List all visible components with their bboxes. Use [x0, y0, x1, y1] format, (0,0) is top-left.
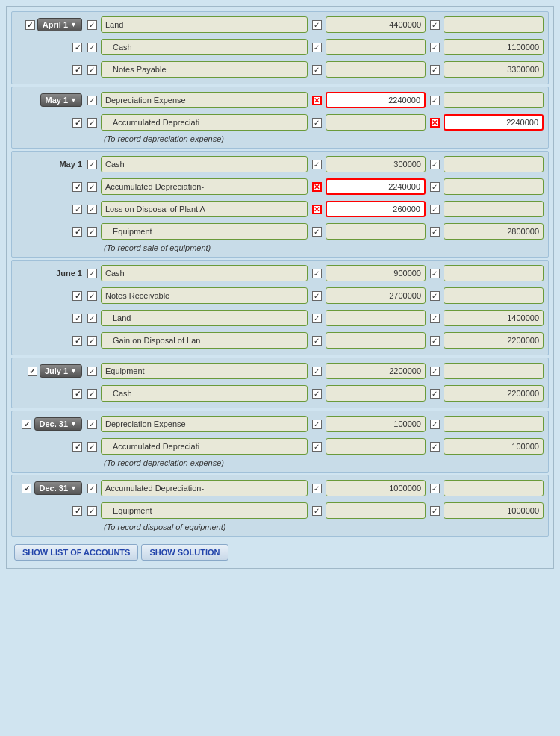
june1-r3-top-checkbox[interactable]	[72, 314, 82, 323]
july1-r2-debit-input[interactable]	[326, 385, 426, 402]
may1-s3-acct-cb[interactable]	[87, 205, 97, 214]
april1-r2-account-input[interactable]	[101, 39, 308, 55]
april1-r2-credit-cb[interactable]	[430, 43, 440, 52]
dec31-dep-r1-account-input[interactable]	[101, 416, 308, 432]
dec31-dis-r2-account-input[interactable]	[101, 502, 308, 519]
dec31-dis-date-btn[interactable]: Dec. 31 ▼	[34, 481, 82, 495]
april1-r2-credit-input[interactable]	[444, 39, 544, 55]
may1-r2-account-input[interactable]	[101, 114, 308, 131]
dec31-dep-date-btn[interactable]: Dec. 31 ▼	[34, 417, 82, 431]
dec31-dis-r2-debit-cb[interactable]	[312, 506, 322, 516]
dec31-dis-r2-credit-input[interactable]	[444, 502, 544, 519]
dec31-dis-r1-credit-cb[interactable]	[430, 484, 440, 493]
july1-r2-credit-input[interactable]	[444, 385, 544, 402]
june1-r3-credit-input[interactable]	[444, 310, 544, 326]
may1-s3-account-input[interactable]	[101, 201, 308, 217]
dec31-dis-r1-acct-cb[interactable]	[87, 484, 97, 493]
june1-r2-acct-cb[interactable]	[87, 291, 97, 301]
may1-s1-debit-cb[interactable]	[312, 160, 322, 169]
july1-r2-account-input[interactable]	[101, 385, 308, 402]
may1-r1-credit-input[interactable]	[444, 92, 544, 108]
april1-date-btn[interactable]: April 1 ▼	[37, 18, 82, 31]
april1-r3-debit-cb[interactable]	[312, 65, 322, 75]
july1-r1-account-input[interactable]	[101, 363, 308, 379]
june1-r3-debit-input[interactable]	[326, 310, 426, 326]
april1-r3-credit-cb[interactable]	[430, 65, 440, 75]
may1-s1-debit-input[interactable]	[326, 156, 426, 172]
may1-s3-top-checkbox[interactable]	[72, 205, 82, 214]
may1-s4-credit-input[interactable]	[444, 223, 544, 240]
june1-r1-credit-input[interactable]	[444, 265, 544, 281]
june1-r2-debit-cb[interactable]	[312, 291, 322, 301]
june1-r3-acct-cb[interactable]	[87, 314, 97, 323]
july1-r2-credit-cb[interactable]	[430, 389, 440, 399]
june1-r4-debit-cb[interactable]	[312, 336, 322, 346]
june1-r2-credit-input[interactable]	[444, 287, 544, 304]
july1-r1-debit-input[interactable]	[326, 363, 426, 379]
april1-r1-debit-checkbox[interactable]	[312, 20, 322, 30]
june1-r4-account-input[interactable]	[101, 332, 308, 349]
may1-r1-credit-cb[interactable]	[430, 96, 440, 105]
may1-r2-credit-cb-error[interactable]	[430, 118, 440, 128]
may1-s4-credit-cb[interactable]	[430, 227, 440, 237]
june1-r2-top-checkbox[interactable]	[72, 291, 82, 301]
june1-r1-acct-cb[interactable]	[87, 269, 97, 278]
july1-r2-top-checkbox[interactable]	[72, 389, 82, 399]
july1-r1-acct-cb[interactable]	[87, 367, 97, 376]
dec31-dis-r1-debit-input[interactable]	[326, 480, 426, 496]
dec31-dis-r2-top-checkbox[interactable]	[72, 506, 82, 516]
april1-r2-debit-cb[interactable]	[312, 43, 322, 52]
april1-r3-credit-input[interactable]	[444, 61, 544, 78]
june1-r1-credit-cb[interactable]	[430, 269, 440, 278]
june1-r1-debit-cb[interactable]	[312, 269, 322, 278]
may1-s1-account-input[interactable]	[101, 156, 308, 172]
may1-s2-debit-cb-error[interactable]	[312, 182, 322, 192]
may1-r2-acct-cb[interactable]	[87, 118, 97, 128]
may1-s3-debit-cb-error[interactable]	[312, 205, 322, 214]
dec31-dep-top-checkbox[interactable]	[22, 420, 31, 429]
dec31-dep-r1-credit-cb[interactable]	[430, 420, 440, 429]
april1-r1-account-input[interactable]	[101, 16, 308, 33]
april1-r2-acct-cb[interactable]	[87, 43, 97, 52]
may1-s1-credit-cb[interactable]	[430, 160, 440, 169]
april1-r1-acct-checkbox[interactable]	[87, 20, 97, 30]
dec31-dis-top-checkbox[interactable]	[22, 484, 31, 493]
may1-s4-debit-input[interactable]	[326, 223, 426, 240]
april1-r2-debit-input[interactable]	[326, 39, 426, 55]
july1-top-checkbox[interactable]	[28, 367, 37, 376]
may1-s1-credit-input[interactable]	[444, 156, 544, 172]
may1-s2-debit-input[interactable]	[326, 178, 426, 195]
dec31-dep-r1-debit-input[interactable]	[326, 416, 426, 432]
dec31-dep-r2-debit-input[interactable]	[326, 438, 426, 455]
july1-r2-acct-cb[interactable]	[87, 389, 97, 399]
april1-r1-credit-checkbox[interactable]	[430, 20, 440, 30]
dec31-dis-r2-credit-cb[interactable]	[430, 506, 440, 516]
may1-s2-credit-cb[interactable]	[430, 182, 440, 192]
may1-date-btn[interactable]: May 1 ▼	[40, 93, 83, 107]
dec31-dis-r1-debit-cb[interactable]	[312, 484, 322, 493]
june1-r2-credit-cb[interactable]	[430, 291, 440, 301]
may1-r1-account-input[interactable]	[101, 92, 308, 108]
may1-r2-credit-input[interactable]	[444, 114, 544, 131]
july1-r2-debit-cb[interactable]	[312, 389, 322, 399]
april1-r3-acct-cb[interactable]	[87, 65, 97, 75]
dec31-dis-r2-debit-input[interactable]	[326, 502, 426, 519]
may1-r1-acct-cb[interactable]	[87, 96, 97, 105]
may1-s3-credit-cb[interactable]	[430, 205, 440, 214]
april1-r3-top-checkbox[interactable]	[72, 65, 82, 75]
dec31-dis-r1-account-input[interactable]	[101, 480, 308, 496]
dec31-dis-r1-credit-input[interactable]	[444, 480, 544, 496]
dec31-dep-r2-credit-cb[interactable]	[430, 442, 440, 452]
june1-r4-credit-cb[interactable]	[430, 336, 440, 346]
dec31-dep-r1-acct-cb[interactable]	[87, 420, 97, 429]
may1-s2-account-input[interactable]	[101, 178, 308, 195]
dec31-dep-r2-account-input[interactable]	[101, 438, 308, 455]
may1-s4-debit-cb[interactable]	[312, 227, 322, 237]
june1-r4-acct-cb[interactable]	[87, 336, 97, 346]
may1-s3-credit-input[interactable]	[444, 201, 544, 217]
dec31-dep-r2-top-checkbox[interactable]	[72, 442, 82, 452]
april1-top-checkbox[interactable]	[25, 20, 35, 30]
july1-r1-debit-cb[interactable]	[312, 367, 322, 376]
dec31-dep-r2-credit-input[interactable]	[444, 438, 544, 455]
may1-r2-debit-cb[interactable]	[312, 118, 322, 128]
